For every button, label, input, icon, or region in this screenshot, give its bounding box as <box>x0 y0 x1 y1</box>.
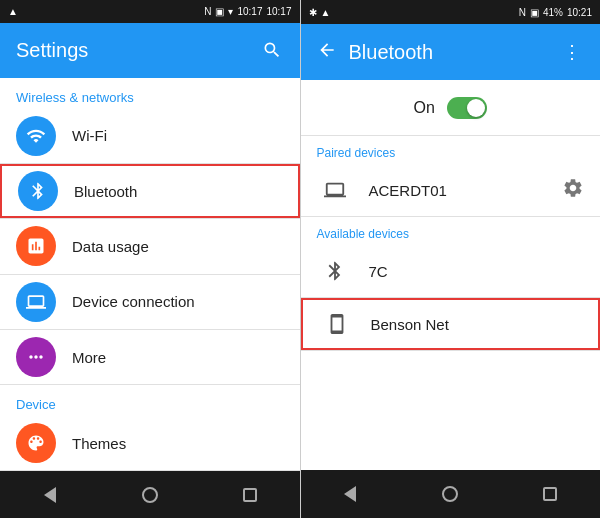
status-bar-right-right: N ▣ 41% 10:21 <box>519 7 592 18</box>
home-circle-icon <box>142 487 158 503</box>
settings-item-more[interactable]: More <box>0 330 300 384</box>
bluetooth-toggle-row: On <box>301 80 601 136</box>
triangle-icon-r: ▲ <box>321 7 331 18</box>
back-arrow-button[interactable] <box>317 40 337 65</box>
recents-button[interactable] <box>230 475 270 515</box>
paired-device-acerdt01[interactable]: ACERDT01 <box>301 164 601 216</box>
settings-item-bluetooth[interactable]: Bluetooth <box>0 164 300 218</box>
right-nav-bar <box>301 470 601 518</box>
back-button-right[interactable] <box>330 474 370 514</box>
more-label: More <box>72 349 106 366</box>
bluetooth-toggle[interactable] <box>447 97 487 119</box>
settings-item-wifi[interactable]: Wi-Fi <box>0 109 300 163</box>
search-icon[interactable] <box>260 38 284 62</box>
available-device-7c[interactable]: 7C <box>301 245 601 297</box>
benson-net-name: Benson Net <box>371 316 583 333</box>
battery-icon: 10:17 <box>237 6 262 17</box>
home-button-right[interactable] <box>430 474 470 514</box>
wifi-label: Wi-Fi <box>72 127 107 144</box>
wifi-icon <box>16 116 56 156</box>
acerdt01-name: ACERDT01 <box>369 182 563 199</box>
settings-title: Settings <box>16 39 260 62</box>
wireless-networks-header: Wireless & networks <box>0 78 300 109</box>
triangle-icon: ▲ <box>8 6 18 17</box>
recents-square-icon-r <box>543 487 557 501</box>
settings-panel: ▲ N ▣ ▾ 10:17 10:17 Settings Wireless & … <box>0 0 300 518</box>
settings-item-themes[interactable]: Themes <box>0 416 300 470</box>
phone-icon <box>319 306 355 342</box>
bt-status-icon: ✱ <box>309 7 317 18</box>
more-icon <box>16 337 56 377</box>
right-spacer <box>301 351 601 470</box>
data-usage-icon <box>16 226 56 266</box>
status-bar-left: ▲ N ▣ ▾ 10:17 10:17 <box>0 0 300 23</box>
settings-item-device-connection[interactable]: Device connection <box>0 275 300 329</box>
available-devices-header: Available devices <box>301 217 601 245</box>
themes-label: Themes <box>72 435 126 452</box>
settings-item-data-usage[interactable]: Data usage <box>0 219 300 273</box>
bluetooth-icon <box>18 171 58 211</box>
7c-name: 7C <box>369 263 585 280</box>
recents-square-icon <box>243 488 257 502</box>
gear-icon[interactable] <box>562 177 584 204</box>
bluetooth-panel: ✱ ▲ N ▣ 41% 10:21 Bluetooth ⋮ On Paired … <box>301 0 601 518</box>
available-device-benson-net[interactable]: Benson Net <box>301 298 601 350</box>
more-vert-icon[interactable]: ⋮ <box>560 40 584 64</box>
signal-icon: ▣ <box>215 6 224 17</box>
time-left: 10:17 <box>266 6 291 17</box>
paired-devices-header: Paired devices <box>301 136 601 164</box>
bluetooth-on-label: On <box>414 99 435 117</box>
nfc-icon: N <box>204 6 211 17</box>
back-button[interactable] <box>30 475 70 515</box>
back-triangle-icon-r <box>344 486 356 502</box>
bluetooth-top-bar: Bluetooth ⋮ <box>301 24 601 80</box>
recents-button-right[interactable] <box>530 474 570 514</box>
themes-icon <box>16 423 56 463</box>
bluetooth-label: Bluetooth <box>74 183 137 200</box>
status-bar-right-icons: N ▣ ▾ 10:17 10:17 <box>204 6 291 17</box>
laptop-icon <box>317 172 353 208</box>
status-bar-left-icons: ▲ <box>8 6 18 17</box>
bluetooth-title: Bluetooth <box>349 41 561 64</box>
device-connection-icon <box>16 282 56 322</box>
battery-text-r: 41% <box>543 7 563 18</box>
status-bar-right-left: ✱ ▲ <box>309 7 331 18</box>
device-header: Device <box>0 385 300 416</box>
home-circle-icon-r <box>442 486 458 502</box>
status-bar-right: ✱ ▲ N ▣ 41% 10:21 <box>301 0 601 24</box>
signal-icon-r: ▣ <box>530 7 539 18</box>
device-connection-label: Device connection <box>72 293 195 310</box>
left-nav-bar <box>0 471 300 518</box>
back-triangle-icon <box>44 487 56 503</box>
data-usage-label: Data usage <box>72 238 149 255</box>
settings-top-bar: Settings <box>0 23 300 77</box>
bluetooth-7c-icon <box>317 253 353 289</box>
home-button[interactable] <box>130 475 170 515</box>
nfc-icon-r: N <box>519 7 526 18</box>
wifi-status-icon: ▾ <box>228 6 233 17</box>
time-right: 10:21 <box>567 7 592 18</box>
